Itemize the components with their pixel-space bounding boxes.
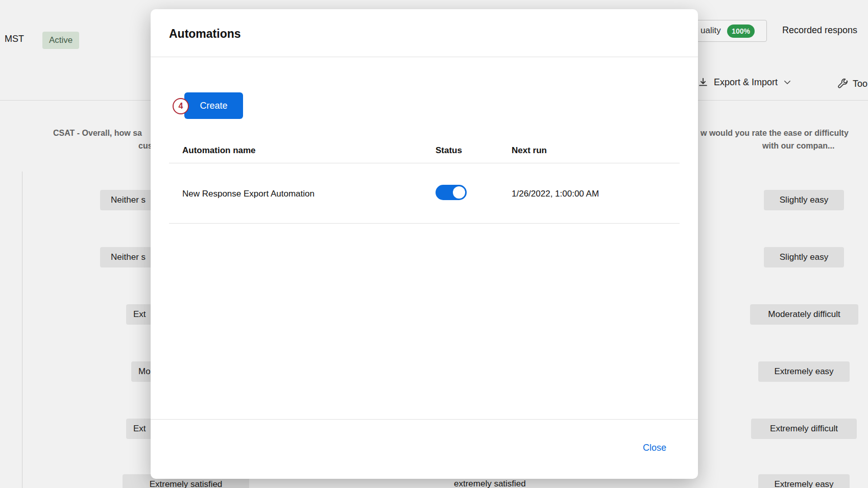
- page: MST Active uality 100% Recorded respons …: [0, 0, 868, 488]
- table-header-divider: [169, 163, 680, 163]
- table-row-divider: [169, 223, 680, 224]
- column-header-status: Status: [436, 145, 462, 156]
- next-run-cell: 1/26/2022, 1:00:00 AM: [512, 189, 599, 199]
- create-button[interactable]: Create: [184, 92, 243, 119]
- step-annotation-badge: 4: [173, 98, 189, 114]
- column-header-next-run: Next run: [512, 145, 547, 156]
- modal-footer-divider: [151, 419, 698, 420]
- toggle-knob: [453, 186, 465, 199]
- automations-modal: Automations 4 Create Automation name Sta…: [151, 9, 698, 479]
- modal-header-divider: [151, 57, 698, 57]
- automation-name-cell: New Response Export Automation: [182, 189, 315, 199]
- modal-title: Automations: [169, 27, 241, 41]
- status-toggle[interactable]: [436, 185, 467, 200]
- column-header-automation-name: Automation name: [182, 145, 256, 156]
- close-button[interactable]: Close: [643, 443, 666, 453]
